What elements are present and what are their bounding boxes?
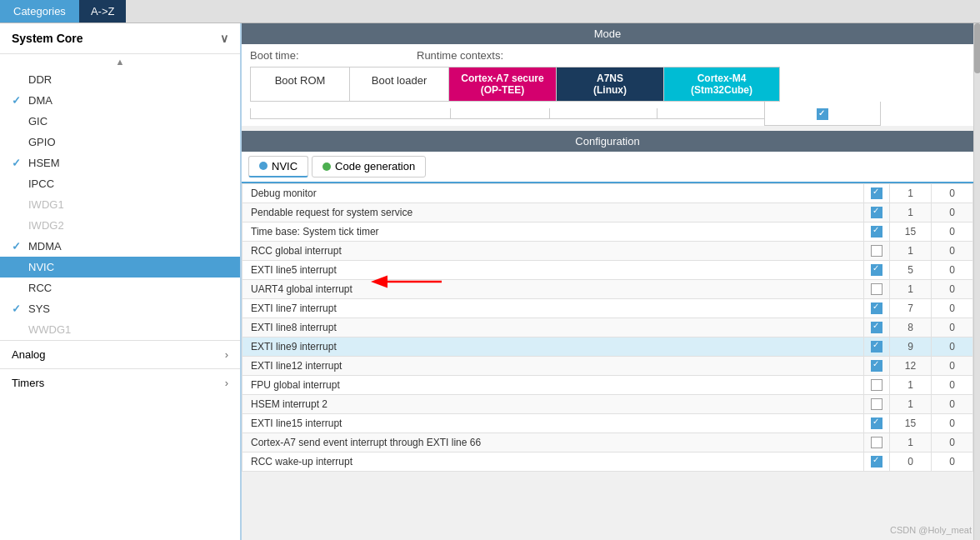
table-row: RCC global interrupt10 — [242, 241, 973, 260]
boot-rom-cell: Boot ROM — [250, 67, 350, 102]
interrupt-name: EXTI line9 interrupt — [242, 337, 864, 356]
interrupt-sub: 0 — [932, 375, 973, 394]
nvic-table: Debug monitor✓10Pendable request for sys… — [242, 183, 973, 472]
sidebar-item-ddr[interactable]: DDR — [0, 69, 240, 90]
interrupt-name: EXTI line15 interrupt — [242, 413, 864, 432]
interrupt-sub: 0 — [932, 202, 973, 222]
table-row: EXTI line5 interrupt✓50 — [242, 260, 973, 279]
sidebar-item-rcc[interactable]: RCC — [0, 278, 240, 298]
sidebar-item-label: DDR — [28, 73, 52, 86]
sidebar-item-iwdg2[interactable]: IWDG2 — [0, 215, 240, 236]
timers-section[interactable]: Timers › — [0, 368, 240, 397]
sidebar-item-wwdg1[interactable]: WWDG1 — [0, 319, 240, 340]
interrupt-checkbox[interactable]: ✓ — [864, 337, 890, 356]
interrupt-checkbox[interactable]: ✓ — [864, 452, 890, 471]
interrupt-checkbox[interactable] — [864, 394, 890, 413]
sidebar-item-gic[interactable]: GIC — [0, 111, 240, 132]
system-core-section[interactable]: System Core ∨ — [0, 23, 240, 54]
interrupt-checkbox[interactable]: ✓ — [864, 318, 890, 337]
interrupt-name: UART4 global interrupt — [242, 279, 864, 298]
interrupt-checkbox[interactable] — [864, 279, 890, 298]
interrupt-name: Time base: System tick timer — [242, 222, 864, 241]
interrupt-priority: 0 — [890, 452, 932, 471]
sidebar-item-label: SYS — [28, 302, 50, 315]
interrupt-checkbox[interactable]: ✓ — [864, 183, 890, 202]
interrupt-priority: 15 — [890, 413, 932, 432]
cortex-m4-check-cell[interactable]: ✓ — [764, 102, 881, 126]
table-row: FPU global interrupt10 — [242, 375, 973, 394]
interrupt-checkbox[interactable]: ✓ — [864, 298, 890, 318]
sidebar-item-hsem[interactable]: ✓HSEM — [0, 152, 240, 173]
interrupt-sub: 0 — [932, 413, 973, 432]
sidebar-item-label: HSEM — [28, 157, 60, 169]
check-icon: ✓ — [12, 240, 25, 252]
interrupt-sub: 0 — [932, 356, 973, 375]
interrupt-name: Pendable request for system service — [242, 202, 864, 222]
interrupt-checkbox[interactable] — [864, 241, 890, 260]
interrupt-checkbox[interactable]: ✓ — [864, 413, 890, 432]
interrupt-priority: 1 — [890, 183, 932, 202]
check-icon: ✓ — [12, 94, 25, 107]
sidebar-item-label: MDMA — [28, 240, 62, 252]
interrupt-sub: 0 — [932, 432, 973, 452]
interrupt-sub: 0 — [932, 452, 973, 471]
sidebar-item-label: WWDG1 — [28, 323, 71, 336]
table-row: EXTI line8 interrupt✓80 — [242, 318, 973, 337]
right-scrollbar[interactable] — [973, 23, 980, 540]
sidebar-item-label: RCC — [28, 282, 52, 294]
watermark: CSDN @Holy_meat — [890, 525, 972, 535]
boot-time-label: Boot time: — [250, 49, 417, 62]
sidebar-item-label: NVIC — [28, 261, 54, 273]
main-content: Mode Boot time: Runtime contexts: Boot R… — [242, 23, 973, 540]
interrupt-priority: 12 — [890, 356, 932, 375]
sidebar-item-nvic[interactable]: NVIC — [0, 257, 240, 278]
interrupt-name: EXTI line8 interrupt — [242, 318, 864, 337]
interrupt-priority: 5 — [890, 260, 932, 279]
interrupt-priority: 9 — [890, 337, 932, 356]
sidebar-item-dma[interactable]: ✓DMA — [0, 90, 240, 111]
interrupt-name: EXTI line7 interrupt — [242, 298, 864, 318]
table-row: EXTI line12 interrupt✓120 — [242, 356, 973, 375]
table-row: RCC wake-up interrupt✓00 — [242, 452, 973, 471]
categories-tab[interactable]: Categories — [0, 0, 79, 22]
az-tab[interactable]: A->Z — [79, 0, 127, 22]
cortex-m4-cell: Cortex-M4(Stm32Cube) — [663, 67, 780, 102]
interrupt-checkbox[interactable]: ✓ — [864, 260, 890, 279]
sidebar-item-iwdg1[interactable]: IWDG1 — [0, 194, 240, 215]
sidebar-item-sys[interactable]: ✓SYS — [0, 298, 240, 319]
sidebar-item-mdma[interactable]: ✓MDMA — [0, 236, 240, 257]
interrupt-name: RCC wake-up interrupt — [242, 452, 864, 471]
sidebar-item-label: IPCC — [28, 178, 54, 190]
code-generation-tab[interactable]: Code generation — [312, 156, 426, 178]
interrupt-sub: 0 — [932, 279, 973, 298]
a7ns-cell: A7NS(Linux) — [556, 67, 664, 102]
interrupt-priority: 7 — [890, 298, 932, 318]
interrupt-priority: 15 — [890, 222, 932, 241]
analog-arrow-icon: › — [225, 348, 228, 361]
interrupt-sub: 0 — [932, 183, 973, 202]
interrupt-priority: 1 — [890, 375, 932, 394]
interrupt-checkbox[interactable]: ✓ — [864, 356, 890, 375]
interrupt-sub: 0 — [932, 241, 973, 260]
sidebar-item-label: IWDG1 — [28, 198, 64, 211]
configuration-header: Configuration — [242, 131, 973, 152]
interrupt-priority: 1 — [890, 394, 932, 413]
interrupt-name: Debug monitor — [242, 183, 864, 202]
interrupt-priority: 1 — [890, 432, 932, 452]
analog-section[interactable]: Analog › — [0, 340, 240, 368]
sidebar-item-gpio[interactable]: GPIO — [0, 132, 240, 152]
interrupt-checkbox[interactable] — [864, 432, 890, 452]
nvic-tab[interactable]: NVIC — [248, 156, 308, 178]
interrupt-name: Cortex-A7 send event interrupt through E… — [242, 432, 864, 452]
interrupt-priority: 1 — [890, 279, 932, 298]
sidebar-items-list: DDR✓DMAGICGPIO✓HSEMIPCCIWDG1IWDG2✓MDMANV… — [0, 69, 240, 340]
interrupt-checkbox[interactable]: ✓ — [864, 202, 890, 222]
table-row: Debug monitor✓10 — [242, 183, 973, 202]
table-row: EXTI line7 interrupt✓70 — [242, 298, 973, 318]
interrupt-checkbox[interactable] — [864, 375, 890, 394]
cortex-a7-secure-cell: Cortex-A7 secure(OP-TEE) — [448, 67, 557, 102]
interrupt-sub: 0 — [932, 298, 973, 318]
system-core-label: System Core — [12, 32, 83, 45]
sidebar-item-ipcc[interactable]: IPCC — [0, 173, 240, 194]
interrupt-checkbox[interactable]: ✓ — [864, 222, 890, 241]
